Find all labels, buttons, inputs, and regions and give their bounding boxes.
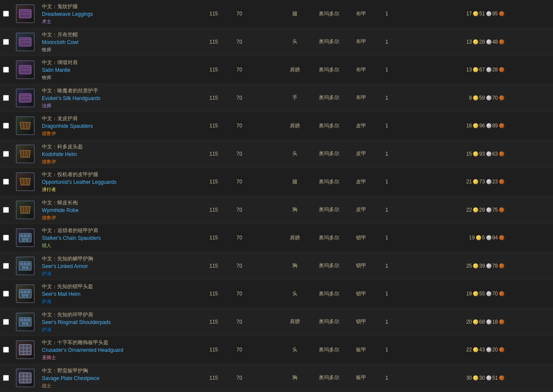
- price-silver-value: 43: [479, 347, 485, 353]
- item-slot: 头: [278, 150, 312, 157]
- row-checkbox[interactable]: [3, 291, 9, 297]
- row-checkbox[interactable]: [3, 151, 9, 157]
- item-class: 萨满: [42, 298, 197, 305]
- row-checkbox-col: [0, 95, 12, 101]
- item-slot: 头: [278, 38, 312, 45]
- item-slot: 肩膀: [278, 122, 312, 130]
- item-slot: 肩膀: [278, 318, 312, 325]
- item-source: 奥玛多尔: [312, 346, 346, 354]
- price-silver-value: 28: [479, 39, 485, 45]
- row-checkbox[interactable]: [3, 67, 9, 73]
- price-copper-value: 63: [492, 151, 498, 157]
- item-name-cn: 中文：龙皮护肩: [42, 115, 197, 122]
- item-armor-type: 锁甲: [346, 234, 376, 242]
- item-ilvl: 115: [201, 375, 226, 381]
- item-price: 30 30 51: [423, 375, 509, 381]
- item-name-en[interactable]: Dragonhide Spaulders: [42, 122, 197, 130]
- row-checkbox[interactable]: [3, 179, 9, 185]
- svg-point-8: [22, 238, 25, 241]
- row-checkbox[interactable]: [3, 95, 9, 101]
- item-name-en[interactable]: Stalker's Chain Spaulders: [42, 234, 197, 242]
- item-source: 奥玛多尔: [312, 374, 346, 381]
- silver-coin-icon: [486, 291, 491, 296]
- table-row: 中文：科多皮头盔 Kodohide Helm 德鲁伊 115 70 头 奥玛多尔…: [0, 140, 553, 168]
- item-count: 1: [376, 291, 397, 297]
- item-count: 1: [376, 375, 397, 381]
- item-name-cn: 中文：鬼纹护腿: [42, 3, 197, 10]
- item-name-en[interactable]: Opportunist's Leather Legguards: [42, 178, 197, 186]
- item-name-en[interactable]: Savage Plate Chestpiece: [42, 374, 197, 382]
- item-slot: 胸: [278, 262, 312, 269]
- item-count: 1: [376, 263, 397, 269]
- row-checkbox-col: [0, 263, 12, 269]
- row-checkbox[interactable]: [3, 263, 9, 269]
- silver-coin-icon: [486, 235, 491, 240]
- item-armor-type: 皮甲: [346, 178, 376, 186]
- svg-point-25: [27, 319, 30, 321]
- gold-coin-icon: [473, 207, 478, 212]
- item-price: 16 96 89: [423, 123, 509, 129]
- item-name-cn: 中文：蟒皮长袍: [42, 199, 197, 206]
- price-gold-value: 15: [466, 151, 472, 157]
- copper-coin-icon: [499, 347, 504, 352]
- item-icon: [16, 60, 35, 79]
- row-checkbox[interactable]: [3, 207, 9, 213]
- row-checkbox-col: [0, 179, 12, 185]
- price-gold-value: 21: [466, 179, 472, 185]
- price-copper-value: 51: [492, 375, 498, 381]
- row-checkbox[interactable]: [3, 235, 9, 241]
- item-req-level: 70: [226, 347, 252, 353]
- silver-coin-icon: [486, 263, 491, 268]
- table-row: 中文：十字军的雕饰板甲头盔 Crusader's Ornamented Head…: [0, 336, 553, 364]
- row-checkbox[interactable]: [3, 375, 9, 381]
- price-gold-value: 25: [466, 263, 472, 269]
- price-copper-value: 48: [492, 39, 498, 45]
- price-gold-value: 19: [469, 235, 475, 241]
- item-ilvl: 115: [201, 151, 226, 157]
- svg-point-9: [26, 238, 28, 241]
- row-checkbox[interactable]: [3, 319, 9, 325]
- item-req-level: 70: [226, 39, 252, 45]
- row-checkbox[interactable]: [3, 123, 9, 129]
- item-count: 1: [376, 179, 397, 185]
- price-gold-value: 19: [466, 291, 472, 297]
- item-name-en[interactable]: Satin Mantle: [42, 66, 197, 74]
- item-price: 19 55 70: [423, 291, 509, 297]
- item-name-en[interactable]: Seer's Mail Helm: [42, 290, 197, 298]
- price-copper-value: 78: [492, 263, 498, 269]
- item-name-en[interactable]: Wyrmhide Robe: [42, 206, 197, 214]
- price-gold-value: 20: [466, 319, 472, 325]
- item-name-col: 中文：先知的鳞甲护胸 Seer's Linked Armor 萨满: [38, 254, 201, 278]
- price-copper-value: 70: [492, 291, 498, 297]
- price-copper-value: 18: [492, 319, 498, 325]
- item-class: 猎人: [42, 242, 197, 249]
- item-icon-col: [12, 340, 38, 359]
- row-checkbox-col: [0, 123, 12, 129]
- item-name-cn: 中文：先知的环甲护肩: [42, 311, 197, 318]
- item-req-level: 70: [226, 263, 252, 269]
- row-checkbox[interactable]: [3, 39, 9, 45]
- copper-coin-icon: [499, 235, 504, 240]
- item-name-en[interactable]: Seer's Ringmail Shoulderpads: [42, 318, 197, 326]
- item-name-en[interactable]: Kodohide Helm: [42, 150, 197, 158]
- item-name-en[interactable]: Evoker's Silk Handguards: [42, 94, 197, 102]
- svg-point-11: [21, 263, 23, 265]
- svg-point-5: [21, 235, 23, 237]
- item-name-en[interactable]: Crusader's Ornamented Headguard: [42, 346, 197, 354]
- svg-point-20: [22, 294, 25, 297]
- gold-coin-icon: [473, 375, 478, 380]
- item-name-en[interactable]: Seer's Linked Armor: [42, 262, 197, 270]
- row-checkbox[interactable]: [3, 11, 9, 17]
- item-icon-col: [12, 144, 38, 163]
- price-silver-value: 30: [479, 375, 485, 381]
- row-checkbox[interactable]: [3, 347, 9, 353]
- item-name-en[interactable]: Dreadweave Leggings: [42, 10, 197, 18]
- row-checkbox-col: [0, 67, 12, 73]
- price-silver-value: 55: [479, 291, 485, 297]
- item-icon-col: [12, 4, 38, 23]
- item-price: 8 59 70: [423, 95, 509, 101]
- item-armor-type: 布甲: [346, 38, 376, 45]
- item-count: 1: [376, 235, 397, 241]
- item-price: 13 67 28: [423, 67, 509, 73]
- item-name-en[interactable]: Mooncloth Cowl: [42, 38, 197, 46]
